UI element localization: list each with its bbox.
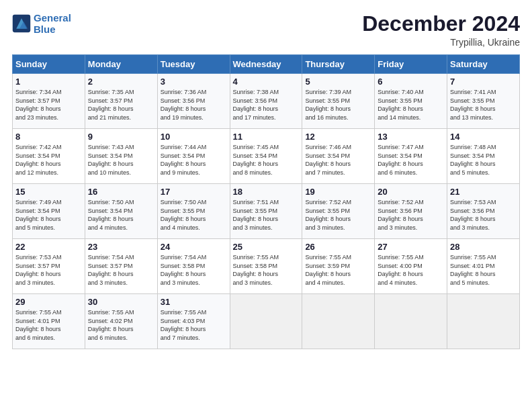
- day-info-line: Daylight: 8 hours: [378, 105, 444, 113]
- day-number: 13: [378, 132, 444, 142]
- day-number: 5: [305, 77, 371, 87]
- day-info-line: Daylight: 8 hours: [450, 215, 517, 224]
- day-info-line: and 6 minutes.: [88, 334, 154, 342]
- day-info-line: Daylight: 8 hours: [88, 270, 154, 279]
- day-number: 12: [305, 132, 371, 142]
- day-info-line: Sunrise: 7:35 AM: [88, 88, 154, 97]
- day-info-line: Daylight: 8 hours: [305, 105, 371, 113]
- day-info-line: Daylight: 8 hours: [161, 270, 227, 279]
- calendar-table: Sunday Monday Tuesday Wednesday Thursday…: [12, 54, 520, 349]
- table-row: 16Sunrise: 7:50 AMSunset: 3:54 PMDayligh…: [85, 184, 157, 239]
- day-info-line: and 4 minutes.: [305, 279, 371, 287]
- day-info-line: Daylight: 8 hours: [15, 270, 82, 279]
- day-info-line: Sunrise: 7:53 AM: [450, 198, 517, 207]
- day-number: 30: [88, 297, 154, 307]
- table-row: 25Sunrise: 7:55 AMSunset: 3:58 PMDayligh…: [230, 239, 302, 294]
- day-info-line: Sunset: 3:55 PM: [378, 97, 444, 105]
- day-number: 11: [233, 132, 300, 142]
- day-info-line: Daylight: 8 hours: [305, 160, 371, 169]
- day-number: 6: [378, 77, 444, 87]
- col-friday: Friday: [375, 55, 447, 74]
- day-info-line: Sunset: 3:54 PM: [15, 207, 82, 216]
- col-sunday: Sunday: [13, 55, 85, 74]
- day-number: 27: [378, 242, 444, 252]
- table-row: 10Sunrise: 7:44 AMSunset: 3:54 PMDayligh…: [157, 129, 230, 184]
- day-info-line: Sunrise: 7:52 AM: [378, 198, 444, 207]
- day-info-line: Daylight: 8 hours: [88, 160, 154, 169]
- table-row: 15Sunrise: 7:49 AMSunset: 3:54 PMDayligh…: [13, 184, 85, 239]
- day-info-line: Sunset: 3:57 PM: [15, 97, 82, 105]
- day-info-line: and 4 minutes.: [88, 224, 154, 232]
- table-row: 19Sunrise: 7:52 AMSunset: 3:55 PMDayligh…: [302, 184, 375, 239]
- table-row: 7Sunrise: 7:41 AMSunset: 3:55 PMDaylight…: [447, 74, 520, 129]
- day-info-line: and 14 minutes.: [378, 113, 444, 122]
- day-number: 26: [305, 242, 371, 252]
- day-info-line: Sunrise: 7:34 AM: [15, 88, 82, 97]
- day-info-line: and 19 minutes.: [161, 113, 227, 122]
- location-subtitle: Trypillia, Ukraine: [362, 37, 520, 48]
- day-info-line: Daylight: 8 hours: [378, 215, 444, 224]
- day-info-line: Sunrise: 7:38 AM: [233, 88, 300, 97]
- day-info-line: Sunrise: 7:49 AM: [15, 198, 82, 207]
- day-info-line: Sunset: 4:00 PM: [378, 262, 444, 271]
- table-row: 24Sunrise: 7:54 AMSunset: 3:58 PMDayligh…: [157, 239, 230, 294]
- day-info-line: and 6 minutes.: [15, 334, 82, 342]
- table-row: 21Sunrise: 7:53 AMSunset: 3:56 PMDayligh…: [447, 184, 520, 239]
- day-info-line: Sunrise: 7:39 AM: [305, 88, 371, 97]
- day-info-line: Daylight: 8 hours: [378, 160, 444, 169]
- table-row: [447, 294, 520, 349]
- day-info-line: Sunrise: 7:50 AM: [88, 198, 154, 207]
- day-info-line: Sunset: 3:57 PM: [88, 97, 154, 105]
- day-number: 2: [88, 77, 154, 87]
- day-info-line: Daylight: 8 hours: [233, 270, 300, 279]
- day-info-line: Sunrise: 7:44 AM: [161, 143, 227, 152]
- table-row: [375, 294, 447, 349]
- day-info-line: Sunrise: 7:36 AM: [161, 88, 227, 97]
- day-info-line: and 6 minutes.: [378, 169, 444, 177]
- table-row: 18Sunrise: 7:51 AMSunset: 3:55 PMDayligh…: [230, 184, 302, 239]
- day-info-line: and 4 minutes.: [161, 224, 227, 232]
- calendar-header-row: Sunday Monday Tuesday Wednesday Thursday…: [13, 55, 520, 74]
- day-info-line: Sunset: 3:55 PM: [305, 207, 371, 216]
- day-info-line: and 5 minutes.: [15, 224, 82, 232]
- day-info-line: Sunset: 3:58 PM: [233, 262, 300, 271]
- day-info-line: Sunrise: 7:55 AM: [161, 308, 227, 317]
- day-info-line: Daylight: 8 hours: [450, 160, 517, 169]
- day-info-line: Sunrise: 7:55 AM: [305, 253, 371, 262]
- day-info-line: and 3 minutes.: [15, 279, 82, 287]
- day-info-line: Sunset: 3:57 PM: [15, 262, 82, 271]
- day-info-line: and 23 minutes.: [15, 113, 82, 122]
- day-number: 18: [233, 187, 300, 197]
- day-info-line: Sunset: 4:01 PM: [15, 317, 82, 326]
- day-info-line: Sunrise: 7:41 AM: [450, 88, 517, 97]
- day-number: 16: [88, 187, 154, 197]
- day-info-line: Daylight: 8 hours: [88, 105, 154, 113]
- day-info-line: and 3 minutes.: [233, 224, 300, 232]
- day-info-line: Sunset: 3:54 PM: [15, 152, 82, 161]
- day-number: 1: [15, 77, 82, 87]
- month-title: December 2024: [362, 12, 520, 36]
- day-info-line: Daylight: 8 hours: [161, 325, 227, 334]
- day-info-line: Sunset: 3:55 PM: [305, 97, 371, 105]
- day-info-line: and 7 minutes.: [161, 334, 227, 342]
- day-info-line: Sunset: 3:54 PM: [378, 152, 444, 161]
- day-info-line: Sunrise: 7:55 AM: [378, 253, 444, 262]
- day-info-line: Daylight: 8 hours: [161, 105, 227, 113]
- day-info-line: Daylight: 8 hours: [161, 215, 227, 224]
- logo-icon: [12, 14, 31, 33]
- day-info-line: and 16 minutes.: [305, 113, 371, 122]
- day-number: 31: [161, 297, 227, 307]
- day-number: 19: [305, 187, 371, 197]
- day-info-line: and 7 minutes.: [305, 169, 371, 177]
- day-info-line: and 13 minutes.: [450, 113, 517, 122]
- logo-text: General Blue: [34, 12, 71, 36]
- col-thursday: Thursday: [302, 55, 375, 74]
- logo: General Blue: [12, 12, 71, 36]
- day-number: 9: [88, 132, 154, 142]
- day-number: 28: [450, 242, 517, 252]
- day-number: 10: [161, 132, 227, 142]
- day-info-line: Sunset: 3:55 PM: [450, 97, 517, 105]
- day-number: 21: [450, 187, 517, 197]
- day-info-line: Sunrise: 7:40 AM: [378, 88, 444, 97]
- table-row: 31Sunrise: 7:55 AMSunset: 4:03 PMDayligh…: [157, 294, 230, 349]
